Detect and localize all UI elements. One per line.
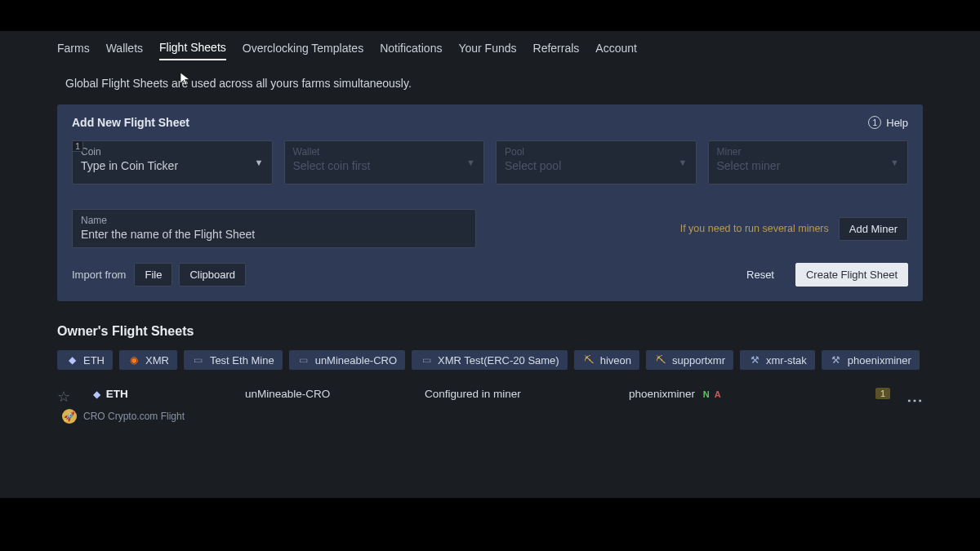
filter-chips: ◆ETH ◉XMR ▭Test Eth Mine ▭unMineable-CRO… <box>57 350 923 370</box>
coin-label: Coin <box>81 146 264 158</box>
wallet-placeholder: Select coin first <box>293 159 476 172</box>
name-placeholder: Enter the name of the Flight Sheet <box>81 228 467 241</box>
miner-icon: ⚒ <box>830 353 843 367</box>
nav-referrals[interactable]: Referrals <box>533 42 580 60</box>
nav-farms[interactable]: Farms <box>57 42 90 60</box>
add-miner-button[interactable]: Add Miner <box>839 217 908 241</box>
info-text: Global Flight Sheets are used across all… <box>0 70 980 104</box>
ethereum-icon: ◆ <box>65 353 78 367</box>
help-number-icon: 1 <box>868 116 881 129</box>
chevron-down-icon: ▼ <box>255 158 264 167</box>
chevron-down-icon: ▼ <box>466 158 475 167</box>
nav-flight-sheets[interactable]: Flight Sheets <box>159 41 226 60</box>
pool-icon: ⛏ <box>654 353 667 367</box>
coin-select[interactable]: 1 Coin Type in Coin Ticker ▼ <box>72 140 273 184</box>
nav-notifications[interactable]: Notifications <box>380 42 442 60</box>
miner-select[interactable]: Miner Select miner ▼ <box>708 140 909 184</box>
pool-icon: ⛏ <box>582 353 595 367</box>
flight-sheet-row[interactable]: ☆ ◆ ETH unMineable-CRO Configured in min… <box>57 388 923 406</box>
top-nav: Farms Wallets Flight Sheets Overclocking… <box>0 31 980 70</box>
coin-placeholder: Type in Coin Ticker <box>81 159 264 172</box>
tag-amd: A <box>715 389 721 399</box>
rig-count-badge: 1 <box>875 388 890 399</box>
owner-sheets-title: Owner's Flight Sheets <box>57 324 923 339</box>
monero-icon: ◉ <box>127 353 140 367</box>
chip-xmr-test[interactable]: ▭XMR Test(ERC-20 Same) <box>412 350 568 370</box>
wallet-select[interactable]: Wallet Select coin first ▼ <box>284 140 485 184</box>
add-flight-sheet-panel: Add New Flight Sheet 1 Help 1 Coin Type … <box>57 104 923 301</box>
tag-nvidia: N <box>703 389 710 399</box>
chip-xmr[interactable]: ◉XMR <box>119 350 177 370</box>
chip-xmrstak[interactable]: ⚒xmr-stak <box>740 350 815 370</box>
miner-label: Miner <box>717 146 900 158</box>
pool-select[interactable]: Pool Select pool ▼ <box>496 140 697 184</box>
miner-icon: ⚒ <box>748 353 761 367</box>
flight-sheet-name: CRO Crypto.com Flight <box>83 411 185 422</box>
wallet-icon: ▭ <box>297 353 310 367</box>
wallet-label: Wallet <box>293 146 476 158</box>
add-miner-note: If you need to run several miners <box>680 223 829 234</box>
name-input[interactable]: Name Enter the name of the Flight Sheet <box>72 209 476 248</box>
chip-eth[interactable]: ◆ETH <box>57 350 113 370</box>
sheet-miner: phoenixminer <box>629 388 695 400</box>
help-button[interactable]: 1 Help <box>868 116 908 129</box>
more-menu-icon[interactable]: ⋯ <box>906 398 923 402</box>
create-flight-sheet-button[interactable]: Create Flight Sheet <box>795 263 908 287</box>
star-icon[interactable]: ☆ <box>57 388 90 406</box>
wallet-icon: ▭ <box>420 353 433 367</box>
chip-unmineable[interactable]: ▭unMineable-CRO <box>289 350 405 370</box>
flight-sheet-subrow: 🚀 CRO Crypto.com Flight <box>57 409 923 424</box>
ethereum-icon: ◆ <box>90 388 103 401</box>
reset-button[interactable]: Reset <box>737 264 784 286</box>
miner-placeholder: Select miner <box>717 159 900 172</box>
sheet-pool: Configured in miner <box>425 388 629 400</box>
pool-placeholder: Select pool <box>505 159 688 172</box>
chip-hiveon[interactable]: ⛏hiveon <box>574 350 639 370</box>
pool-label: Pool <box>505 146 688 158</box>
help-label: Help <box>886 117 908 129</box>
import-file-button[interactable]: File <box>134 263 172 287</box>
chip-supportxmr[interactable]: ⛏supportxmr <box>646 350 733 370</box>
sequence-badge: 1 <box>72 140 83 152</box>
chevron-down-icon: ▼ <box>890 158 899 167</box>
sheet-coin: ETH <box>106 388 128 400</box>
import-from-label: Import from <box>72 269 126 281</box>
import-clipboard-button[interactable]: Clipboard <box>179 263 246 287</box>
nav-account[interactable]: Account <box>595 42 637 60</box>
name-label: Name <box>81 215 467 226</box>
nav-overclocking[interactable]: Overclocking Templates <box>243 42 363 60</box>
wallet-icon: ▭ <box>192 353 205 367</box>
chip-test-eth[interactable]: ▭Test Eth Mine <box>184 350 283 370</box>
panel-title: Add New Flight Sheet <box>72 116 189 129</box>
nav-your-funds[interactable]: Your Funds <box>458 42 516 60</box>
sheet-wallet: unMineable-CRO <box>245 388 425 400</box>
nav-wallets[interactable]: Wallets <box>106 42 143 60</box>
flight-sheet-icon: 🚀 <box>62 409 77 424</box>
chevron-down-icon: ▼ <box>679 158 688 167</box>
chip-phoenix[interactable]: ⚒phoenixminer <box>822 350 920 370</box>
